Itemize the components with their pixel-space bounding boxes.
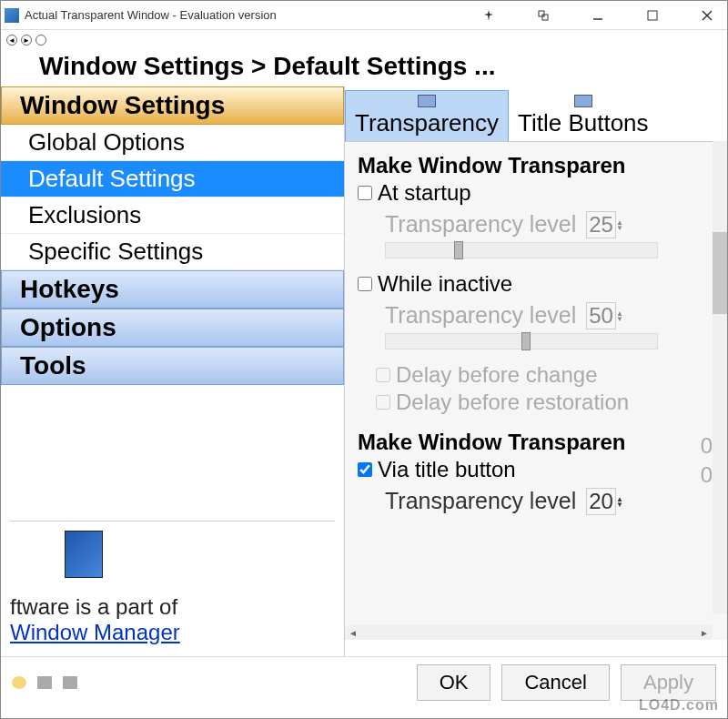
third-nav-icon[interactable] — [35, 35, 46, 46]
sidebar-item-label: Exclusions — [28, 201, 141, 229]
back-icon[interactable]: ◄ — [6, 35, 17, 46]
svg-rect-3 — [648, 11, 657, 20]
tab-transparency[interactable]: Transparency — [345, 90, 509, 141]
label-transparency-level-3: Transparency level — [385, 488, 576, 513]
spinner-icon[interactable]: ▲▼ — [616, 220, 623, 231]
checkbox-delay-change — [376, 368, 390, 382]
pin-icon[interactable] — [472, 3, 505, 28]
product-box-icon — [65, 531, 103, 578]
forward-icon[interactable]: ► — [21, 35, 32, 46]
spinner-icon[interactable]: ▲▼ — [616, 497, 623, 508]
sidebar-cat-label: Hotkeys — [20, 275, 119, 304]
label-at-startup: At startup — [378, 180, 471, 206]
titlebar-buttons — [472, 3, 723, 28]
nav-history-toolbar: ◄ ► — [1, 30, 727, 50]
scroll-left-icon[interactable]: ◄ — [349, 628, 358, 638]
sidebar: Window Settings Global Options Default S… — [1, 86, 345, 656]
label-transparency-level-2: Transparency level — [385, 302, 576, 328]
scrollbar-thumb[interactable] — [713, 232, 727, 314]
apply-button[interactable]: Apply — [621, 664, 716, 701]
cancel-button[interactable]: Cancel — [501, 664, 609, 701]
sidebar-cat-tools[interactable]: Tools — [1, 347, 344, 385]
tab-title-buttons[interactable]: Title Buttons — [509, 91, 658, 141]
watermark: LO4D.com — [639, 697, 719, 714]
footer-icon-1[interactable] — [37, 676, 52, 689]
sidebar-item-exclusions[interactable]: Exclusions — [1, 197, 344, 234]
group-title-1: Make Window Transparen — [358, 153, 723, 178]
sidebar-item-default-settings[interactable]: Default Settings — [1, 161, 344, 197]
slider-level-1[interactable] — [385, 242, 658, 258]
window-icon — [418, 95, 436, 107]
sidebar-item-label: Specific Settings — [28, 238, 203, 266]
tab-label: Transparency — [355, 109, 499, 137]
checkbox-delay-restore — [376, 395, 390, 410]
content-area: Transparency Title Buttons Make Window T… — [345, 86, 727, 656]
value-level-2[interactable]: 50 — [586, 302, 616, 329]
sidebar-header-label: Window Settings — [20, 91, 225, 120]
window-title: Actual Transparent Window - Evaluation v… — [25, 8, 472, 22]
breadcrumb: Window Settings > Default Settings ... — [1, 50, 727, 86]
footer-icon-2[interactable] — [63, 676, 77, 689]
value-delay-restore: 0 — [701, 462, 713, 488]
group-title-2: Make Window Transparen — [358, 430, 723, 455]
minimize-button[interactable] — [581, 3, 614, 28]
value-level-3[interactable]: 20 — [586, 488, 616, 515]
svg-rect-1 — [542, 15, 548, 20]
sidebar-cat-label: Options — [20, 313, 116, 342]
sidebar-item-global-options[interactable]: Global Options — [1, 125, 344, 161]
sidebar-header-window-settings[interactable]: Window Settings — [1, 86, 344, 125]
help-icon[interactable] — [12, 676, 26, 689]
settings-panel: Make Window Transparen At startup Transp… — [345, 141, 727, 640]
tabs: Transparency Title Buttons — [345, 86, 727, 141]
maximize-button[interactable] — [636, 3, 669, 28]
slider-thumb[interactable] — [454, 241, 463, 259]
ok-button[interactable]: OK — [417, 664, 491, 701]
value-level-1[interactable]: 25 — [586, 211, 616, 238]
checkbox-while-inactive[interactable] — [358, 277, 372, 291]
window-icon — [574, 95, 592, 107]
label-transparency-level-1: Transparency level — [385, 211, 576, 237]
horizontal-scrollbar[interactable]: ◄ ► — [345, 625, 713, 640]
slider-thumb[interactable] — [521, 332, 531, 350]
sidebar-cat-label: Tools — [20, 351, 86, 380]
footer: OK Cancel Apply — [1, 656, 727, 707]
label-delay-restore: Delay before restoration — [396, 390, 629, 415]
label-via-title: Via title button — [378, 457, 516, 482]
checkbox-via-title[interactable] — [358, 462, 372, 477]
value-delay-change: 0 — [701, 433, 713, 459]
vertical-scrollbar[interactable] — [713, 141, 727, 614]
promo-panel: ftware is a part of Window Manager — [1, 510, 344, 656]
label-while-inactive: While inactive — [378, 271, 512, 297]
spinner-icon[interactable]: ▲▼ — [616, 311, 623, 322]
titlebar: Actual Transparent Window - Evaluation v… — [1, 1, 727, 30]
app-icon — [5, 8, 19, 23]
sidebar-cat-hotkeys[interactable]: Hotkeys — [1, 270, 344, 309]
svg-rect-0 — [539, 11, 544, 16]
sidebar-item-label: Global Options — [28, 128, 185, 157]
checkbox-at-startup[interactable] — [358, 186, 372, 200]
sidebar-item-specific-settings[interactable]: Specific Settings — [1, 234, 344, 270]
scroll-right-icon[interactable]: ► — [700, 628, 709, 638]
promo-text: ftware is a part of — [10, 594, 335, 620]
slider-level-2[interactable] — [385, 333, 658, 349]
tab-label: Title Buttons — [518, 109, 649, 137]
label-delay-change: Delay before change — [396, 362, 597, 388]
sidebar-item-label: Default Settings — [28, 165, 196, 193]
promo-link[interactable]: Window Manager — [10, 620, 180, 644]
transparency-icon[interactable] — [527, 3, 560, 28]
close-button[interactable] — [691, 3, 723, 28]
sidebar-cat-options[interactable]: Options — [1, 309, 344, 347]
